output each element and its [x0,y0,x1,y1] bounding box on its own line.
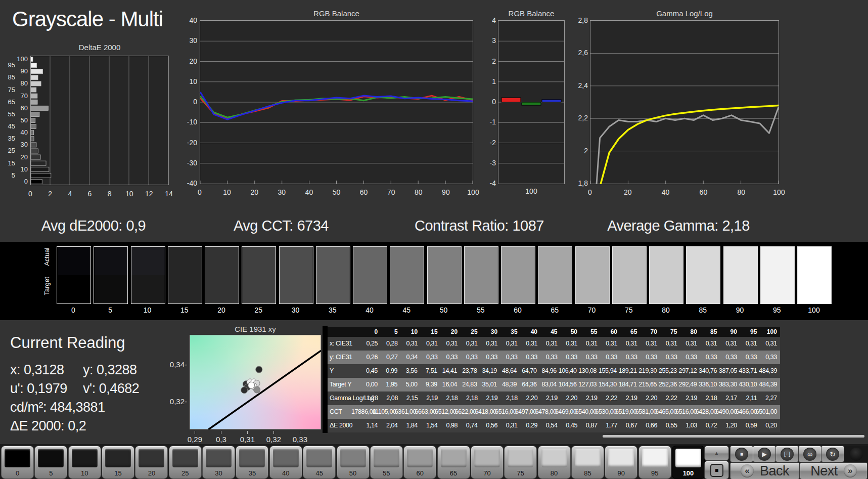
table-cell: 2,19 [481,391,500,405]
swatch-actual-half [761,247,794,275]
level-patch-button-60[interactable]: 60 [404,446,436,478]
table-cell: 2,18 [441,391,461,405]
level-patch-swatch [608,449,634,467]
rgb-bar-y-axis-labels: 43210-1-2-3-4 [484,20,496,184]
level-patch-button-45[interactable]: 45 [303,446,335,478]
table-cell: 2,20 [641,391,660,405]
loop-button[interactable]: ↻ [821,446,844,462]
table-cell: 1,28 [361,391,381,405]
level-patch-swatch [5,449,30,467]
table-cell: 0,33 [760,351,780,364]
rgb-line-x-axis-labels: 0102030405060708090100 [200,187,473,197]
play-button[interactable]: ▶ [753,446,775,462]
level-patch-button-65[interactable]: 65 [438,446,470,478]
level-patch-button-75[interactable]: 75 [505,446,536,478]
gamma-x-tick-label: 0 [582,188,598,196]
level-patch-label: 15 [102,469,134,477]
table-column-header: 60 [601,327,620,337]
deltae-y-tick-label: 50 [21,116,28,124]
swatch-actual-half [724,247,757,275]
deltae-x-tick-label: 0 [24,190,36,198]
level-patch-button-85[interactable]: 85 [572,446,604,478]
marker-button[interactable]: [··] [776,446,798,462]
table-column-header: 20 [441,327,461,337]
table-cell: 0,33 [540,351,560,364]
reading-v: v': 0,4682 [83,381,139,397]
reading-u: u': 0,1979 [10,381,67,397]
rgb-bar-y-tick-label: 3 [484,36,496,45]
table-cell: 0,45 [360,364,380,378]
grayscale-swatch [501,246,535,304]
table-cell: 0,33 [441,351,461,364]
swatch-actual-half [316,247,350,275]
swatch-level-label: 40 [353,306,386,314]
table-cell: 0,31 [461,337,480,351]
level-patch-button-0[interactable]: 0 [2,446,33,478]
level-patch-label: 55 [371,469,402,477]
swatch-target-half [168,275,202,303]
status-indicator-light [850,448,863,461]
swatch-actual-half [94,247,127,275]
swatch-actual-half [353,247,387,275]
level-patch-button-100[interactable]: 100 [672,446,704,478]
level-patch-swatch [206,449,232,467]
infinity-icon: ∞ [803,448,816,461]
level-patch-button-70[interactable]: 70 [471,446,503,478]
up-arrow-icon: ▲ [714,450,719,456]
table-column-header: 70 [640,327,660,337]
table-cell: 2,22 [660,391,680,405]
swatch-actual-half [538,247,572,275]
pattern-up-button[interactable]: ▲ [705,446,728,460]
play-icon: ▶ [758,448,771,461]
level-patch-button-10[interactable]: 10 [69,446,101,478]
level-patch-button-95[interactable]: 95 [639,446,671,478]
table-column-header: 95 [740,327,760,337]
rgb-line-y-tick-label: 10 [178,77,197,85]
level-patch-button-50[interactable]: 50 [337,446,369,478]
table-cell: 64,70 [520,364,539,378]
level-patch-button-5[interactable]: 5 [35,446,67,478]
swatch-actual-half [798,247,831,275]
back-button[interactable]: « Back [730,463,799,479]
swatch-target-half [761,275,794,303]
next-button[interactable]: Next » [800,463,867,479]
deltae-y-tick-label: 20 [21,153,28,161]
table-column-header: 50 [561,327,580,337]
level-patch-button-35[interactable]: 35 [236,446,268,478]
level-patch-button-20[interactable]: 20 [135,446,167,478]
level-patch-button-80[interactable]: 80 [538,446,570,478]
loop-icon: ↻ [826,448,839,461]
rgb-line-x-tick-label: 60 [356,188,372,196]
table-cell: 104,56 [560,378,580,391]
level-patch-button-55[interactable]: 55 [371,446,402,478]
level-patch-button-90[interactable]: 90 [605,446,637,478]
cie-x-tick-mark [273,431,274,434]
cie-y-tick-label: 0,32- [163,397,187,406]
level-patch-button-25[interactable]: 25 [169,446,201,478]
table-cell: 0,87 [580,419,600,432]
table-cell: 0,33 [500,351,520,364]
swatch-level-label: 50 [427,306,461,314]
swatch-level-label: 15 [168,306,201,314]
deltae-y-axis-labels: 0510152025303540455055606570758085909510… [0,56,29,185]
level-patch-label: 10 [69,469,101,477]
stop-button[interactable]: ■ [730,446,753,462]
level-patch-button-15[interactable]: 15 [102,446,134,478]
level-patch-swatch [38,449,64,467]
table-cell: 484,39 [760,378,780,391]
cie-plot [190,335,321,429]
level-patch-button-40[interactable]: 40 [270,446,302,478]
table-body: 0510152025303540455055606570758085909510… [328,327,780,432]
pattern-window-button[interactable]: ■ [705,461,728,479]
level-patch-button-30[interactable]: 30 [203,446,235,478]
deltae-y-tick-label: 55 [8,110,15,118]
table-cell: 0,31 [680,337,700,351]
deltae-x-tick-label: 8 [104,190,116,198]
deltae-y-tick-label: 60 [21,104,28,112]
continuous-button[interactable]: ∞ [799,446,821,462]
swatch-target-half [94,275,127,303]
table-cell: 0,33 [580,351,600,364]
table-cell: 9,39 [420,378,440,391]
table-cell: 16,04 [440,378,460,391]
swatch-target-half [576,275,609,303]
